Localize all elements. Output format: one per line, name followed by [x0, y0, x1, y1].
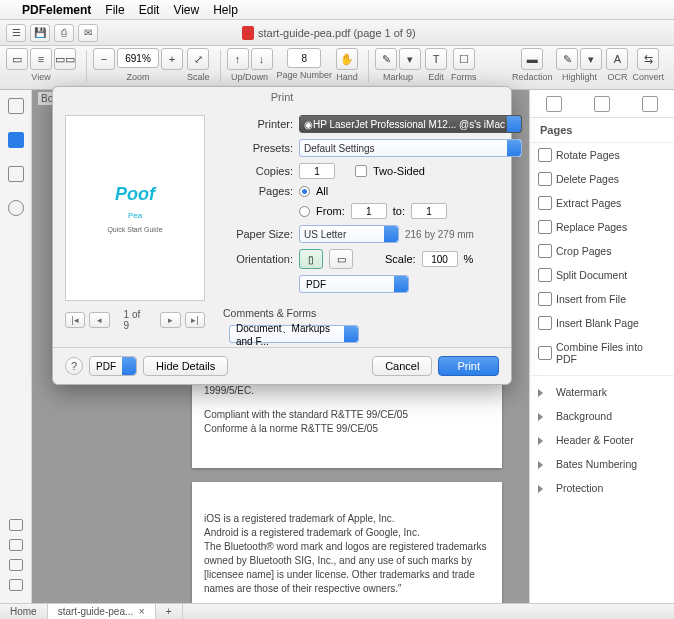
- menu-app[interactable]: PDFelement: [22, 3, 91, 17]
- pages-from-radio[interactable]: [299, 206, 310, 217]
- rail-extra3-icon[interactable]: [9, 559, 23, 571]
- delete-pages[interactable]: Delete Pages: [530, 167, 674, 191]
- first-page-icon[interactable]: |◂: [65, 312, 85, 328]
- from-input[interactable]: [351, 203, 387, 219]
- protection[interactable]: Protection: [530, 476, 674, 500]
- edit-icon[interactable]: T: [425, 48, 447, 70]
- markup-more-icon[interactable]: ▾: [399, 48, 421, 70]
- to-label: to:: [393, 205, 405, 217]
- papersize-select[interactable]: US Letter: [299, 225, 399, 243]
- landscape-icon[interactable]: ▭: [329, 249, 353, 269]
- ocr-label: OCR: [607, 72, 627, 82]
- markup-label: Markup: [383, 72, 413, 82]
- print-icon[interactable]: ⎙: [54, 24, 74, 42]
- menu-view[interactable]: View: [173, 3, 199, 17]
- rotate-pages[interactable]: Rotate Pages: [530, 143, 674, 167]
- zoom-in-icon[interactable]: +: [161, 48, 183, 70]
- rail-extra1-icon[interactable]: [9, 519, 23, 531]
- attachments-icon[interactable]: [8, 166, 24, 182]
- copies-input[interactable]: [299, 163, 335, 179]
- panel-pages-icon[interactable]: [546, 96, 562, 112]
- page-up-icon[interactable]: ↑: [227, 48, 249, 70]
- bookmarks-icon[interactable]: [8, 132, 24, 148]
- twosided-label: Two-Sided: [373, 165, 425, 177]
- background[interactable]: Background: [530, 404, 674, 428]
- insert-from-file[interactable]: Insert from File: [530, 287, 674, 311]
- document-title: start-guide-pea.pdf (page 1 of 9): [242, 26, 416, 40]
- dialog-title: Print: [53, 87, 511, 107]
- header-footer[interactable]: Header & Footer: [530, 428, 674, 452]
- doc-text-2c: Compliant with the standard R&TTE 99/CE/…: [204, 408, 490, 422]
- doc-tab[interactable]: start-guide-pea... ×: [48, 604, 156, 619]
- split-document[interactable]: Split Document: [530, 263, 674, 287]
- convert-icon[interactable]: ⇆: [637, 48, 659, 70]
- zoom-out-icon[interactable]: −: [93, 48, 115, 70]
- forms-icon[interactable]: ☐: [453, 48, 475, 70]
- forms-label: Forms: [451, 72, 477, 82]
- mail-icon[interactable]: ✉: [78, 24, 98, 42]
- insert-blank-page[interactable]: Insert Blank Page: [530, 311, 674, 335]
- rail-extra2-icon[interactable]: [9, 539, 23, 551]
- fit-icon[interactable]: ⤢: [187, 48, 209, 70]
- menu-help[interactable]: Help: [213, 3, 238, 17]
- panel-layers-icon[interactable]: [642, 96, 658, 112]
- panel-comments-icon[interactable]: [594, 96, 610, 112]
- view-single-icon[interactable]: ▭: [6, 48, 28, 70]
- scale-label: Scale:: [385, 253, 416, 265]
- mode-select[interactable]: PDF: [299, 275, 409, 293]
- redaction-icon[interactable]: ▬: [521, 48, 543, 70]
- bates-numbering[interactable]: Bates Numbering: [530, 452, 674, 476]
- highlight-icon[interactable]: ✎: [556, 48, 578, 70]
- sidebar-toggle-icon[interactable]: ☰: [6, 24, 26, 42]
- pdf-badge-icon: [242, 26, 254, 40]
- next-page-icon[interactable]: ▸: [160, 312, 180, 328]
- ocr-icon[interactable]: A: [606, 48, 628, 70]
- page-down-icon[interactable]: ↓: [251, 48, 273, 70]
- pages-all-label: All: [316, 185, 328, 197]
- home-tab[interactable]: Home: [0, 604, 48, 619]
- extract-pages[interactable]: Extract Pages: [530, 191, 674, 215]
- page-number-input[interactable]: [287, 48, 321, 68]
- help-button[interactable]: ?: [65, 357, 83, 375]
- pages-label: Pages:: [219, 185, 293, 197]
- twosided-checkbox[interactable]: [355, 165, 367, 177]
- doc-text-3c: The Bluetooth® word mark and logos are r…: [204, 540, 490, 596]
- menubar: PDFelement File Edit View Help: [0, 0, 674, 20]
- hand-icon[interactable]: ✋: [336, 48, 358, 70]
- to-input[interactable]: [411, 203, 447, 219]
- pdf-dropdown[interactable]: PDF: [89, 356, 137, 376]
- right-panel-header: Pages: [530, 118, 674, 143]
- view-continuous-icon[interactable]: ≡: [30, 48, 52, 70]
- replace-pages[interactable]: Replace Pages: [530, 215, 674, 239]
- crop-pages[interactable]: Crop Pages: [530, 239, 674, 263]
- presets-select[interactable]: Default Settings: [299, 139, 522, 157]
- comments-select[interactable]: Document、Markups and F...: [229, 325, 359, 343]
- updown-label: Up/Down: [231, 72, 268, 82]
- cancel-button[interactable]: Cancel: [372, 356, 432, 376]
- papersize-label: Paper Size:: [219, 228, 293, 240]
- zoom-input[interactable]: [117, 48, 159, 68]
- combine-files[interactable]: Combine Files into PDF: [530, 335, 674, 371]
- save-icon[interactable]: 💾: [30, 24, 50, 42]
- menu-file[interactable]: File: [105, 3, 124, 17]
- print-button[interactable]: Print: [438, 356, 499, 376]
- menu-edit[interactable]: Edit: [139, 3, 160, 17]
- info-icon[interactable]: [8, 200, 24, 216]
- new-tab[interactable]: +: [156, 604, 183, 619]
- watermark[interactable]: Watermark: [530, 380, 674, 404]
- printer-select[interactable]: ◉ HP LaserJet Professional M12... @s's i…: [299, 115, 522, 133]
- highlight-more-icon[interactable]: ▾: [580, 48, 602, 70]
- thumbnails-icon[interactable]: [8, 98, 24, 114]
- print-dialog: Print Poof Pea Quick Start Guide |◂ ◂ 1 …: [52, 86, 512, 385]
- portrait-icon[interactable]: ▯: [299, 249, 323, 269]
- view-facing-icon[interactable]: ▭▭: [54, 48, 76, 70]
- last-page-icon[interactable]: ▸|: [185, 312, 205, 328]
- rail-extra4-icon[interactable]: [9, 579, 23, 591]
- hide-details-button[interactable]: Hide Details: [143, 356, 228, 376]
- pages-all-radio[interactable]: [299, 186, 310, 197]
- prev-page-icon[interactable]: ◂: [89, 312, 109, 328]
- doc-text-2b: 1999/5/EC.: [204, 384, 490, 398]
- markup-icon[interactable]: ✎: [375, 48, 397, 70]
- doc-text-3a: iOS is a registered trademark of Apple, …: [204, 512, 490, 526]
- scale-input[interactable]: [422, 251, 458, 267]
